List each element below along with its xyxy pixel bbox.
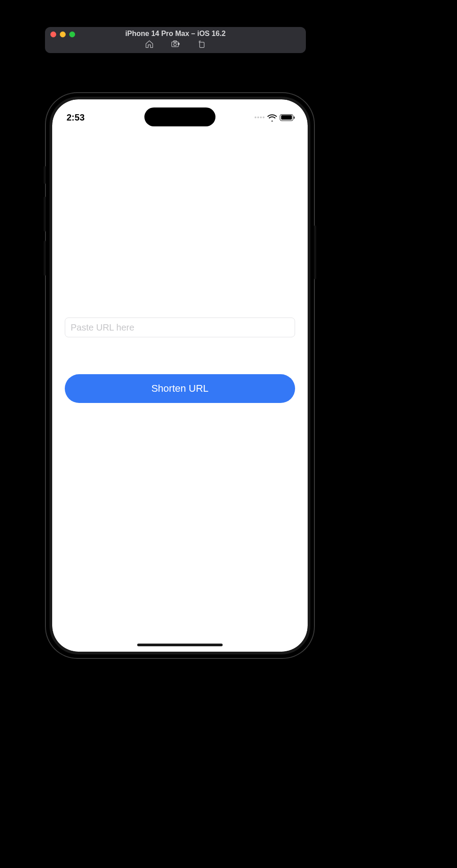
svg-rect-4 [200, 42, 204, 48]
screenshot-icon[interactable] [171, 40, 180, 50]
simulator-window-title: iPhone 14 Pro Max – iOS 16.2 [45, 30, 306, 38]
home-indicator[interactable] [137, 644, 223, 646]
app-content: Shorten URL [52, 99, 308, 652]
simulator-icon-row [45, 40, 306, 50]
power-button[interactable] [314, 225, 316, 279]
phone-screen: 2:53 [52, 99, 308, 652]
svg-rect-3 [178, 43, 179, 45]
svg-rect-1 [174, 41, 177, 42]
url-input[interactable] [65, 318, 295, 337]
simulator-window: iPhone 14 Pro Max – iOS 16.2 [45, 27, 306, 53]
phone-bezel: 2:53 [49, 97, 310, 654]
simulator-toolbar: iPhone 14 Pro Max – iOS 16.2 [45, 27, 306, 53]
volume-down-button[interactable] [44, 241, 46, 276]
svg-point-2 [174, 43, 176, 46]
phone-frame: 2:53 [45, 92, 315, 659]
rotate-icon[interactable] [197, 40, 206, 50]
volume-up-button[interactable] [44, 197, 46, 232]
shorten-url-button[interactable]: Shorten URL [65, 374, 295, 403]
home-icon[interactable] [145, 40, 154, 50]
silent-switch[interactable] [44, 166, 46, 184]
